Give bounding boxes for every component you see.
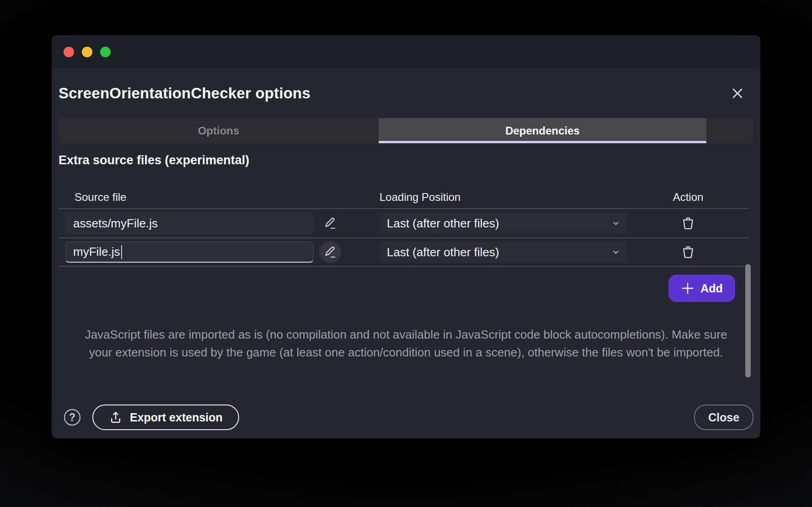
loading-position-value: Last (after other files) <box>387 245 499 259</box>
export-extension-button[interactable]: Export extension <box>92 405 239 430</box>
add-button[interactable]: Add <box>668 275 735 302</box>
add-button-label: Add <box>700 282 723 295</box>
column-header-source-file: Source file <box>59 191 314 204</box>
loading-position-select[interactable]: Last (after other files) <box>379 242 627 263</box>
dialog-title: ScreenOrientationChecker options <box>59 85 310 102</box>
description-text: JavaScript files are imported as is (no … <box>77 326 735 361</box>
edit-pencil-icon[interactable] <box>319 241 341 263</box>
tabs-bar: Options Dependencies <box>59 118 753 143</box>
source-file-value: myFile.js <box>73 245 120 259</box>
chevron-down-icon <box>612 248 620 256</box>
footer-bar: ? Export extension Close <box>59 405 753 430</box>
source-file-input[interactable]: assets/myFile.js <box>65 213 314 234</box>
table-row: assets/myFile.js Last (after other files… <box>59 208 749 237</box>
tab-dependencies[interactable]: Dependencies <box>379 118 706 143</box>
extra-source-files-table: Source file Loading Position Action asse… <box>59 186 749 267</box>
edit-pencil-icon[interactable] <box>319 212 341 234</box>
help-icon[interactable]: ? <box>64 409 80 426</box>
section-heading: Extra source files (experimental) <box>59 152 753 168</box>
add-row: Add <box>59 275 753 302</box>
delete-trash-icon[interactable] <box>677 212 699 234</box>
traffic-light-zoom-button[interactable] <box>100 47 111 57</box>
plus-icon <box>681 281 694 295</box>
traffic-light-minimize-button[interactable] <box>82 47 92 57</box>
column-header-loading-position: Loading Position <box>379 191 627 204</box>
tab-options-label: Options <box>198 124 240 137</box>
text-cursor <box>121 245 122 259</box>
loading-position-select[interactable]: Last (after other files) <box>379 213 627 234</box>
scrollbar-thumb[interactable] <box>745 264 751 378</box>
chevron-down-icon <box>612 219 620 227</box>
table-row: myFile.js Last (after other fi <box>59 237 749 267</box>
tab-dependencies-label: Dependencies <box>505 124 580 137</box>
traffic-light-close-button[interactable] <box>64 47 74 57</box>
close-button[interactable]: Close <box>694 405 753 430</box>
loading-position-value: Last (after other files) <box>387 216 499 231</box>
table-header-row: Source file Loading Position Action <box>59 186 749 208</box>
delete-trash-icon[interactable] <box>677 241 699 263</box>
column-header-action: Action <box>627 191 749 204</box>
tab-options[interactable]: Options <box>59 118 379 143</box>
dependencies-panel: Extra source files (experimental) Source… <box>52 152 760 361</box>
close-button-label: Close <box>708 411 739 424</box>
close-icon[interactable] <box>728 84 747 102</box>
source-file-value: assets/myFile.js <box>73 216 158 231</box>
dialog-window: ScreenOrientationChecker options Options… <box>52 35 760 438</box>
source-file-input-focused[interactable]: myFile.js <box>65 242 314 263</box>
titlebar <box>52 35 760 69</box>
dialog-header: ScreenOrientationChecker options <box>52 69 760 118</box>
export-extension-label: Export extension <box>130 411 223 424</box>
upload-icon <box>109 410 123 424</box>
